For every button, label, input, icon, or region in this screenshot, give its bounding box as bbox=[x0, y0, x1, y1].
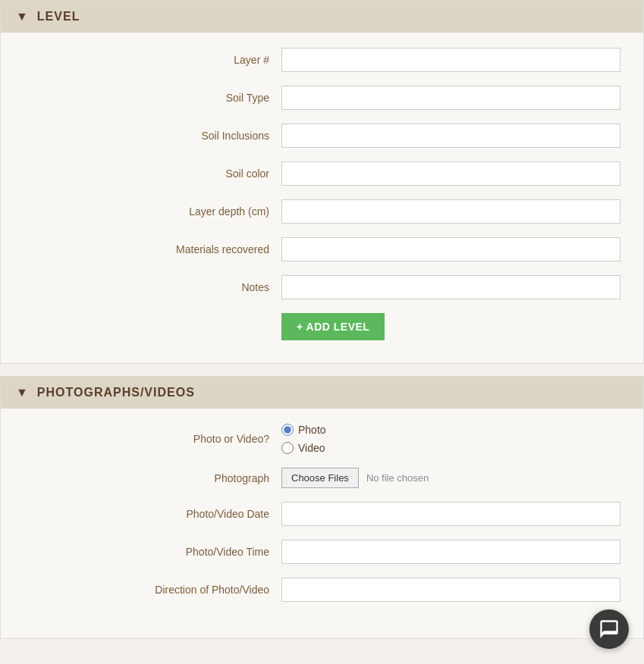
level-section-header[interactable]: ▼ LEVEL bbox=[1, 1, 643, 33]
notes-input[interactable] bbox=[281, 275, 620, 299]
soil-color-input[interactable] bbox=[281, 161, 620, 186]
video-radio-label[interactable]: Video bbox=[281, 442, 326, 454]
photo-radio[interactable] bbox=[281, 424, 294, 436]
photos-section-title: PHOTOGRAPHS/VIDEOS bbox=[37, 386, 195, 399]
photos-section-header[interactable]: ▼ PHOTOGRAPHS/VIDEOS bbox=[1, 377, 643, 409]
photo-option-text: Photo bbox=[298, 424, 326, 436]
add-level-button[interactable]: + ADD LEVEL bbox=[281, 313, 385, 340]
soil-type-label: Soil Type bbox=[24, 92, 281, 104]
photo-time-label: Photo/Video Time bbox=[24, 546, 281, 558]
photos-section: ▼ PHOTOGRAPHS/VIDEOS Photo or Video? Pho… bbox=[0, 376, 644, 639]
photo-date-input[interactable] bbox=[281, 502, 620, 526]
direction-row: Direction of Photo/Video bbox=[24, 578, 620, 602]
direction-label: Direction of Photo/Video bbox=[24, 584, 281, 596]
photo-time-input[interactable] bbox=[281, 540, 620, 564]
photos-chevron-icon: ▼ bbox=[16, 386, 28, 399]
soil-inclusions-row: Soil Inclusions bbox=[24, 124, 620, 148]
soil-inclusions-input[interactable] bbox=[281, 124, 620, 148]
materials-recovered-row: Materials recovered bbox=[24, 237, 620, 262]
layer-number-label: Layer # bbox=[24, 54, 281, 66]
photo-date-label: Photo/Video Date bbox=[24, 508, 281, 520]
soil-type-input[interactable] bbox=[281, 86, 620, 110]
layer-number-row: Layer # bbox=[24, 48, 620, 72]
photograph-label: Photograph bbox=[24, 472, 281, 484]
level-section: ▼ LEVEL Layer # Soil Type Soil Inclusion… bbox=[0, 0, 644, 364]
chat-bubble-button[interactable] bbox=[589, 609, 629, 649]
photo-video-label: Photo or Video? bbox=[24, 433, 281, 445]
chat-icon bbox=[598, 619, 620, 640]
layer-depth-input[interactable] bbox=[281, 199, 620, 224]
soil-type-row: Soil Type bbox=[24, 86, 620, 110]
soil-inclusions-label: Soil Inclusions bbox=[24, 130, 281, 142]
no-file-text: No file chosen bbox=[366, 472, 429, 484]
photo-video-row: Photo or Video? Photo Video bbox=[24, 424, 620, 454]
add-level-button-row: + ADD LEVEL bbox=[281, 313, 620, 340]
layer-depth-label: Layer depth (cm) bbox=[24, 205, 281, 218]
layer-depth-row: Layer depth (cm) bbox=[24, 199, 620, 224]
photos-section-body: Photo or Video? Photo Video Photograph C… bbox=[1, 409, 643, 638]
choose-files-button[interactable]: Choose Files bbox=[281, 468, 359, 488]
photo-video-options: Photo Video bbox=[281, 424, 326, 454]
soil-color-row: Soil color bbox=[24, 161, 620, 186]
notes-row: Notes bbox=[24, 275, 620, 299]
video-radio[interactable] bbox=[281, 442, 294, 454]
soil-color-label: Soil color bbox=[24, 168, 281, 180]
photograph-row: Photograph Choose Files No file chosen bbox=[24, 468, 620, 488]
materials-recovered-label: Materials recovered bbox=[24, 243, 281, 255]
level-section-body: Layer # Soil Type Soil Inclusions Soil c… bbox=[1, 33, 643, 363]
level-chevron-icon: ▼ bbox=[16, 10, 28, 23]
notes-label: Notes bbox=[24, 281, 281, 293]
materials-recovered-input[interactable] bbox=[281, 237, 620, 262]
video-option-text: Video bbox=[298, 442, 325, 454]
layer-number-input[interactable] bbox=[281, 48, 620, 72]
direction-input[interactable] bbox=[281, 578, 620, 602]
photo-time-row: Photo/Video Time bbox=[24, 540, 620, 564]
photo-date-row: Photo/Video Date bbox=[24, 502, 620, 526]
file-input-wrapper: Choose Files No file chosen bbox=[281, 468, 429, 488]
photo-radio-label[interactable]: Photo bbox=[281, 424, 326, 436]
level-section-title: LEVEL bbox=[37, 10, 80, 23]
